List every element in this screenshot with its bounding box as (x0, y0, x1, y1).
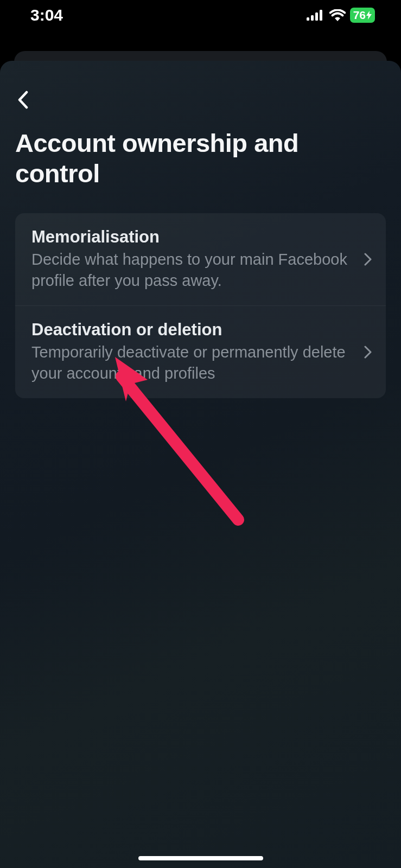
settings-sheet: Account ownership and control Memorialis… (0, 61, 401, 868)
svg-rect-3 (320, 10, 322, 21)
charging-icon (366, 11, 372, 20)
chevron-right-icon (364, 253, 372, 266)
home-indicator[interactable] (138, 856, 263, 860)
battery-badge: 76 (350, 8, 375, 23)
option-subtitle: Decide what happens to your main Faceboo… (31, 249, 355, 291)
back-button[interactable] (17, 87, 43, 113)
options-card: Memorialisation Decide what happens to y… (15, 213, 386, 399)
option-title: Deactivation or deletion (31, 320, 355, 340)
chevron-left-icon (17, 91, 28, 109)
option-text: Deactivation or deletion Temporarily dea… (31, 320, 355, 384)
wifi-icon (329, 9, 346, 21)
option-deactivation-deletion[interactable]: Deactivation or deletion Temporarily dea… (15, 305, 386, 398)
option-memorialisation[interactable]: Memorialisation Decide what happens to y… (15, 213, 386, 305)
battery-level: 76 (353, 9, 366, 22)
option-subtitle: Temporarily deactivate or permanently de… (31, 342, 355, 384)
option-title: Memorialisation (31, 227, 355, 247)
svg-rect-0 (307, 17, 309, 21)
chevron-right-icon (364, 346, 372, 359)
cellular-icon (307, 10, 325, 21)
svg-rect-1 (311, 15, 314, 21)
status-time: 3:04 (30, 6, 63, 24)
status-bar: 3:04 76 (0, 0, 401, 30)
svg-rect-2 (315, 12, 318, 21)
page-title: Account ownership and control (15, 128, 386, 189)
option-text: Memorialisation Decide what happens to y… (31, 227, 355, 291)
status-icons: 76 (307, 8, 375, 23)
